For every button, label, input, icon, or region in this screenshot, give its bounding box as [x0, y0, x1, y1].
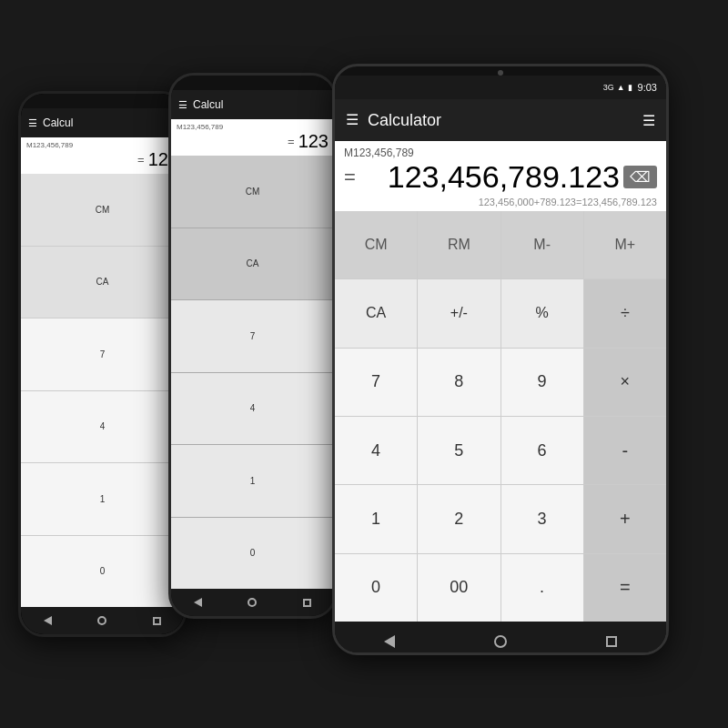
btn-6-3[interactable]: 6	[501, 417, 583, 484]
btn-1-2[interactable]: 1	[171, 445, 334, 517]
btn-8-3[interactable]: 8	[418, 349, 500, 416]
btn-row-1: CM RM M- M+	[335, 211, 666, 278]
app-title-2: Calcul	[193, 98, 327, 111]
app-header-3: ☰ Calculator ☰	[335, 99, 666, 141]
back-btn-1[interactable]	[44, 616, 52, 625]
home-btn-1[interactable]	[97, 616, 106, 625]
btn-ca-1[interactable]: CA	[21, 247, 184, 318]
btn-0-2[interactable]: 0	[171, 518, 334, 590]
btn-0-1[interactable]: 0	[21, 536, 184, 608]
btn-00-3[interactable]: 00	[418, 554, 500, 622]
btn-4-3[interactable]: 4	[335, 417, 417, 484]
btn-multiply-3[interactable]: ×	[584, 349, 666, 416]
btn-row-2: CA +/- % ÷	[335, 279, 666, 347]
memory-label-2: M123,456,789	[177, 123, 329, 131]
btn-rm-3[interactable]: RM	[418, 211, 500, 278]
btn-dot-3[interactable]: .	[501, 554, 583, 622]
backspace-button[interactable]: ⌫	[623, 166, 657, 188]
status-bar-1	[21, 94, 184, 108]
battery-icon: ▮	[628, 83, 632, 92]
formula-line: 123,456,000+789.123=123,456,789.123	[344, 195, 657, 207]
memory-label-3: M123,456,789	[344, 147, 657, 159]
status-bar-2	[171, 76, 334, 90]
btn-5-3[interactable]: 5	[418, 417, 500, 484]
btn-cm-1[interactable]: CM	[21, 174, 184, 246]
recent-btn-3[interactable]	[606, 636, 617, 647]
btn-cm-3[interactable]: CM	[335, 211, 417, 278]
btn-row-6: 0 00 . =	[335, 554, 666, 622]
recent-btn-2[interactable]	[303, 599, 311, 607]
scene: ☰ Calcul M123,456,789 = 123 CM CA 7 4 1 …	[0, 0, 728, 728]
nav-bar-1	[21, 607, 184, 634]
btn-9-3[interactable]: 9	[501, 349, 583, 416]
btn-1-3[interactable]: 1	[335, 485, 417, 552]
btn-3-3[interactable]: 3	[501, 485, 583, 552]
btn-row-3: 7 8 9 ×	[335, 349, 666, 416]
app-title-3: Calculator	[368, 111, 633, 130]
network-label: 3G	[603, 83, 614, 92]
btn-4-2[interactable]: 4	[171, 373, 334, 445]
btn-grid-1: CM CA 7 4 1 0	[21, 174, 184, 607]
hamburger-icon-3[interactable]: ☰	[346, 113, 359, 127]
nav-bar-3	[335, 622, 666, 655]
btn-7-2[interactable]: 7	[171, 300, 334, 372]
btn-mminus-3[interactable]: M-	[501, 211, 583, 278]
phone-2: ☰ Calcul M123,456,789 = 123 CM CA 7 4 1 …	[168, 73, 337, 619]
btn-grid-2: CM CA 7 4 1 0	[171, 156, 334, 589]
btn-0-3[interactable]: 0	[335, 554, 417, 622]
btn-minus-3[interactable]: -	[584, 417, 666, 484]
btn-percent-3[interactable]: %	[501, 279, 583, 347]
back-btn-3[interactable]	[384, 635, 395, 648]
app-title-1: Calcul	[43, 116, 177, 129]
app-header-1: ☰ Calcul	[21, 108, 184, 137]
btn-divide-3[interactable]: ÷	[584, 279, 666, 347]
home-btn-3[interactable]	[494, 635, 507, 648]
app-header-2: ☰ Calcul	[171, 90, 334, 119]
display-2: M123,456,789 = 123	[171, 119, 334, 156]
calc-buttons-3: CM RM M- M+ CA +/- % ÷ 7 8 9 ×	[335, 211, 666, 622]
equals-3: =	[344, 166, 356, 189]
equals-1: =	[137, 153, 145, 167]
btn-1-1[interactable]: 1	[21, 463, 184, 535]
btn-row-5: 1 2 3 +	[335, 485, 666, 552]
recent-btn-1[interactable]	[153, 617, 161, 625]
btn-4-1[interactable]: 4	[21, 391, 184, 463]
equals-2: =	[288, 135, 295, 148]
btn-plusminus-3[interactable]: +/-	[418, 279, 500, 347]
display-num-2: 123	[298, 131, 329, 152]
display-3: M123,456,789 = 123,456,789.123 ⌫ 123,456…	[335, 141, 666, 211]
btn-ca-3[interactable]: CA	[335, 279, 417, 347]
display-1: M123,456,789 = 123	[21, 137, 184, 174]
home-btn-2[interactable]	[248, 598, 257, 607]
btn-2-3[interactable]: 2	[418, 485, 500, 552]
nav-bar-2	[171, 589, 334, 616]
back-btn-2[interactable]	[194, 598, 202, 607]
status-bar-3: 3G ▲ ▮ 9:03	[335, 76, 666, 99]
btn-mplus-3[interactable]: M+	[584, 211, 666, 278]
btn-7-3[interactable]: 7	[335, 349, 417, 416]
display-num-3: 123,456,789.123	[365, 159, 620, 195]
signal-icon: ▲	[617, 83, 625, 92]
btn-ca-2[interactable]: CA	[171, 228, 334, 300]
btn-equals-3[interactable]: =	[584, 554, 666, 622]
phone-3: 3G ▲ ▮ 9:03 ☰ Calculator ☰ M123,456,789 …	[332, 64, 669, 655]
btn-plus-3[interactable]: +	[584, 485, 666, 552]
btn-7-1[interactable]: 7	[21, 318, 184, 390]
time-label: 9:03	[638, 82, 657, 93]
status-icons: 3G ▲ ▮ 9:03	[603, 82, 657, 93]
menu-icon-3[interactable]: ☰	[642, 112, 655, 129]
hamburger-icon-2[interactable]: ☰	[178, 100, 187, 110]
phone-1: ☰ Calcul M123,456,789 = 123 CM CA 7 4 1 …	[18, 91, 187, 637]
btn-row-4: 4 5 6 -	[335, 417, 666, 484]
btn-cm-2[interactable]: CM	[171, 156, 334, 228]
hamburger-icon-1[interactable]: ☰	[28, 118, 37, 128]
memory-label-1: M123,456,789	[26, 141, 178, 149]
